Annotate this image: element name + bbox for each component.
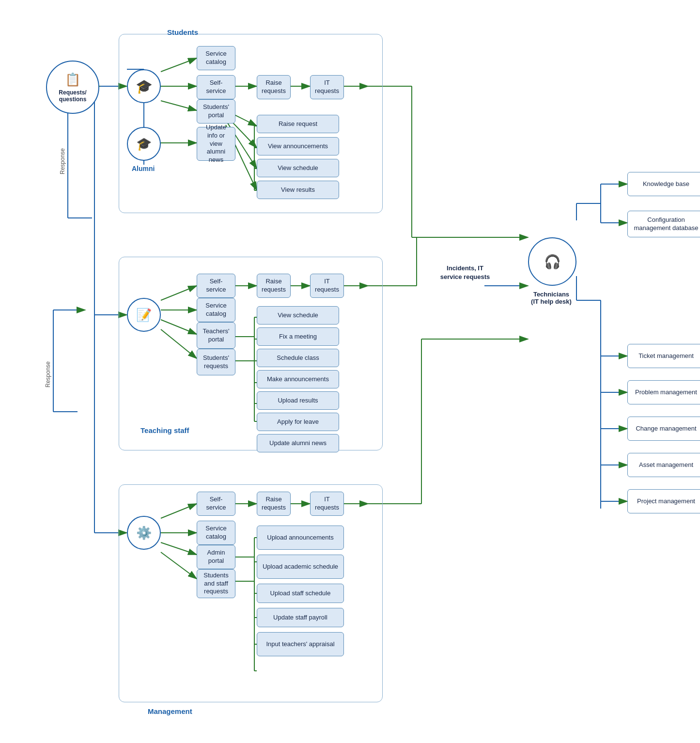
project-mgmt-box: Project management <box>627 489 700 513</box>
teaching-fix-meeting: Fix a meeting <box>257 327 339 346</box>
response-label-top: Response <box>59 136 66 174</box>
students-view-announcements: View announcements <box>257 137 339 155</box>
teachers-portal: Teachers' portal <box>197 322 235 349</box>
students-icon: 🎓 <box>127 69 161 103</box>
mgmt-it-requests: IT requests <box>310 492 344 516</box>
students-view-results: View results <box>257 181 339 199</box>
students-raise-requests: Raise requests <box>257 75 291 99</box>
config-db-box: Configuration management database <box>627 211 700 237</box>
mgmt-upload-announcements: Upload announcements <box>257 526 344 550</box>
admin-portal: Admin portal <box>197 545 235 569</box>
problem-mgmt-box: Problem management <box>627 380 700 404</box>
incidents-label: Incidents, IT service requests <box>436 264 494 281</box>
teaching-make-announcements: Make announcements <box>257 370 339 388</box>
technicians-label: Technicians(IT help desk) <box>517 291 585 305</box>
teaching-update-alumni: Update alumni news <box>257 434 339 452</box>
teaching-self-service: Self- service <box>197 274 235 298</box>
mgmt-self-service: Self- service <box>197 492 235 516</box>
knowledge-base-box: Knowledge base <box>627 172 700 196</box>
teaching-upload-results: Upload results <box>257 391 339 410</box>
mgmt-service-catalog: Service catalog <box>197 521 235 545</box>
students-portal: Students' portal <box>197 99 235 124</box>
alumni-node: Update info or view alumni news <box>197 127 235 161</box>
students-raise-request: Raise request <box>257 115 339 133</box>
mgmt-students-staff-requests: Students and staff requests <box>197 569 235 598</box>
alumni-icon: 🎓 <box>127 127 161 161</box>
teaching-schedule-class: Schedule class <box>257 349 339 367</box>
teaching-service-catalog: Service catalog <box>197 298 235 322</box>
response-label-bottom: Response <box>45 349 51 387</box>
students-view-schedule: View schedule <box>257 159 339 177</box>
alumni-label: Alumni <box>132 165 155 172</box>
mgmt-upload-academic: Upload academic schedule <box>257 555 344 579</box>
ticket-mgmt-box: Ticket management <box>627 344 700 368</box>
change-mgmt-box: Change management <box>627 417 700 441</box>
management-group-label: Management <box>148 707 192 715</box>
students-service-catalog: Service catalog <box>197 46 235 70</box>
requests-node: 📋 Requests/ questions <box>46 61 99 114</box>
students-self-service: Self- service <box>197 75 235 99</box>
students-group-label: Students <box>167 28 198 36</box>
asset-mgmt-box: Asset management <box>627 453 700 477</box>
teaching-view-schedule: View schedule <box>257 306 339 325</box>
management-icon: ⚙️ <box>127 516 161 550</box>
students-group-frame <box>119 34 383 213</box>
mgmt-upload-staff-schedule: Upload staff schedule <box>257 584 344 603</box>
mgmt-update-staff-payroll: Update staff payroll <box>257 608 344 627</box>
teaching-group-label: Teaching staff <box>140 426 189 434</box>
teaching-raise-requests: Raise requests <box>257 274 291 298</box>
students-it-requests: IT requests <box>310 75 344 99</box>
mgmt-input-appraisal: Input teachers' appraisal <box>257 632 344 656</box>
teaching-icon: 📝 <box>127 298 161 332</box>
mgmt-raise-requests: Raise requests <box>257 492 291 516</box>
teaching-students-requests: Students' requests <box>197 349 235 375</box>
teaching-it-requests: IT requests <box>310 274 344 298</box>
teaching-apply-leave: Apply for leave <box>257 413 339 431</box>
technicians-node: 🎧 <box>528 237 576 286</box>
diagram-container: 📋 Requests/ questions Students 🎓 Service… <box>0 0 700 743</box>
requests-label: Requests/ questions <box>47 89 98 103</box>
